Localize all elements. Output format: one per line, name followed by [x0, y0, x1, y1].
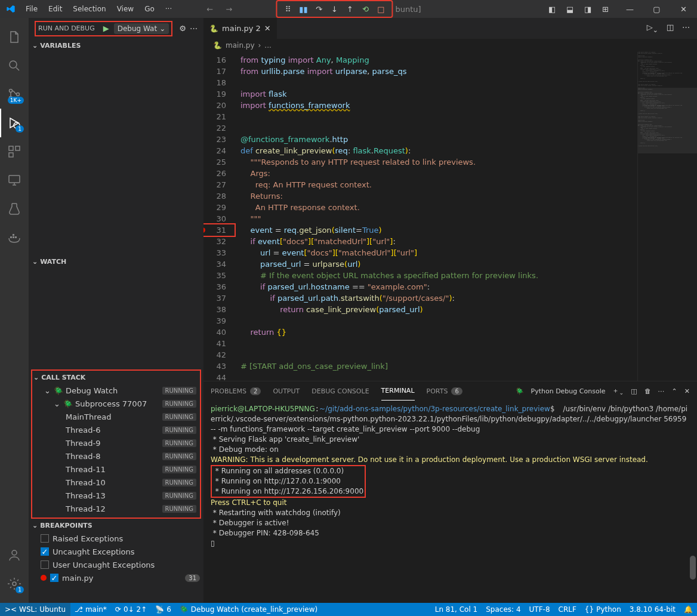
- status-badge: RUNNING: [162, 413, 196, 421]
- callstack-thread[interactable]: Thread-11RUNNING: [32, 463, 200, 476]
- explorer-icon[interactable]: [0, 23, 29, 51]
- tab-ports[interactable]: PORTS6: [427, 381, 462, 401]
- search-icon[interactable]: [0, 51, 29, 80]
- tab-terminal[interactable]: TERMINAL: [381, 381, 415, 401]
- source-control-icon[interactable]: 1K+: [0, 80, 29, 109]
- checkbox[interactable]: [41, 534, 49, 543]
- git-sync[interactable]: ⟳0↓ 2↑: [111, 603, 151, 616]
- maximize-icon[interactable]: ▢: [643, 0, 670, 18]
- pause-icon[interactable]: ▮▮: [297, 3, 309, 15]
- watch-section-header[interactable]: ⌄WATCH: [29, 255, 203, 268]
- more-icon[interactable]: ⋯: [682, 23, 690, 34]
- notifications-icon[interactable]: 🔔: [680, 603, 697, 616]
- more-icon[interactable]: ⋯: [190, 24, 198, 33]
- menu-more[interactable]: ···: [161, 2, 177, 16]
- menu-view[interactable]: View: [112, 2, 138, 16]
- run-icon[interactable]: ▷⌄: [647, 23, 658, 34]
- cursor-position[interactable]: Ln 81, Col 1: [431, 603, 482, 616]
- git-branch[interactable]: ⎇main*: [70, 603, 111, 616]
- terminal-output[interactable]: pierrick@LAPTOP-HKU5PNNG:~/git/add-ons-s…: [203, 401, 697, 603]
- eol[interactable]: CRLF: [554, 603, 581, 616]
- python-interpreter[interactable]: 3.8.10 64-bit: [625, 603, 680, 616]
- bp-user-uncaught-exceptions[interactable]: User Uncaught Exceptions: [29, 558, 203, 571]
- start-debug-icon[interactable]: ▶: [103, 24, 109, 33]
- stop-icon[interactable]: □: [375, 3, 387, 15]
- callstack-section-header[interactable]: ⌄CALL STACK: [32, 371, 200, 384]
- minimap[interactable]: from typing import Any, Mapping from url…: [637, 52, 697, 381]
- menu-selection[interactable]: Selection: [68, 2, 110, 16]
- callstack-thread[interactable]: Thread-13RUNNING: [32, 489, 200, 502]
- docker-icon[interactable]: [0, 223, 29, 252]
- checkbox[interactable]: ✓: [50, 574, 58, 582]
- extensions-icon[interactable]: [0, 137, 29, 166]
- step-into-icon[interactable]: ↓: [328, 3, 340, 15]
- toggle-bottom-panel-icon[interactable]: ⬓: [566, 5, 576, 14]
- callstack-thread[interactable]: Thread-6RUNNING: [32, 423, 200, 436]
- encoding[interactable]: UTF-8: [525, 603, 554, 616]
- close-tab-icon[interactable]: ✕: [264, 24, 271, 33]
- minimap-viewport[interactable]: [638, 88, 697, 153]
- drag-handle-icon[interactable]: ⠿: [282, 3, 294, 15]
- scm-badge: 1K+: [8, 97, 24, 104]
- split-editor-icon[interactable]: ◫: [667, 23, 674, 34]
- tab-output[interactable]: OUTPUT: [273, 381, 300, 401]
- menu-edit[interactable]: Edit: [44, 2, 67, 16]
- close-panel-icon[interactable]: ✕: [684, 387, 690, 395]
- step-over-icon[interactable]: ↷: [313, 3, 325, 15]
- callstack-thread[interactable]: Thread-9RUNNING: [32, 436, 200, 449]
- ports-status[interactable]: 📡6: [151, 603, 175, 616]
- toggle-left-panel-icon[interactable]: ◧: [548, 5, 558, 14]
- callstack-subprocess[interactable]: ⌄ 🪲 Subprocess 77007 RUNNING: [32, 397, 200, 410]
- variables-section-header[interactable]: ⌄VARIABLES: [29, 39, 203, 52]
- nav-forward-icon[interactable]: →: [226, 5, 235, 14]
- accounts-icon[interactable]: [0, 541, 29, 569]
- checkbox[interactable]: ✓: [41, 547, 49, 556]
- split-terminal-icon[interactable]: ◫: [631, 387, 637, 395]
- new-terminal-icon[interactable]: ＋⌄: [612, 386, 624, 396]
- code-editor[interactable]: 1617181920212223242526272829303132333435…: [203, 52, 697, 381]
- debug-config-dropdown[interactable]: Debug Wat⌄: [114, 23, 169, 34]
- restart-icon[interactable]: ⟲: [359, 3, 371, 15]
- tab-debug-console[interactable]: DEBUG CONSOLE: [312, 381, 369, 401]
- callstack-thread[interactable]: Thread-10RUNNING: [32, 476, 200, 489]
- run-debug-icon[interactable]: 1: [0, 109, 29, 137]
- language-mode[interactable]: {}Python: [581, 603, 625, 616]
- step-out-icon[interactable]: ↑: [344, 3, 356, 15]
- callstack-session[interactable]: ⌄ 🪲 Debug Watch RUNNING: [32, 384, 200, 397]
- indentation[interactable]: Spaces: 4: [482, 603, 525, 616]
- callstack-thread[interactable]: Thread-12RUNNING: [32, 502, 200, 515]
- breadcrumb[interactable]: 🐍 main.py›...: [203, 39, 697, 52]
- remote-explorer-icon[interactable]: [0, 166, 29, 195]
- tab-main-py[interactable]: 🐍 main.py 2 ✕: [203, 18, 277, 39]
- terminal-select[interactable]: Python Debug Console: [531, 387, 606, 395]
- testing-icon[interactable]: [0, 195, 29, 223]
- menu-file[interactable]: File: [21, 2, 42, 16]
- gear-icon[interactable]: ⚙: [179, 24, 186, 33]
- line-gutter[interactable]: 1617181920212223242526272829303132333435…: [203, 52, 236, 381]
- more-icon[interactable]: ⋯: [658, 387, 665, 395]
- bp-uncaught-exceptions[interactable]: ✓Uncaught Exceptions: [29, 545, 203, 558]
- remote-indicator[interactable]: ><WSL: Ubuntu: [0, 603, 70, 616]
- settings-icon[interactable]: 1: [0, 569, 29, 598]
- tab-problems[interactable]: PROBLEMS2: [211, 381, 261, 401]
- callstack-thread[interactable]: MainThreadRUNNING: [32, 410, 200, 423]
- breakpoints-section-header[interactable]: ⌄BREAKPOINTS: [29, 519, 203, 532]
- bp-file-entry[interactable]: ✓main.py31: [29, 571, 203, 584]
- minimize-icon[interactable]: —: [616, 0, 643, 18]
- variables-body: [29, 52, 203, 255]
- customize-layout-icon[interactable]: ⊞: [602, 5, 612, 14]
- checkbox[interactable]: [41, 560, 49, 569]
- toggle-right-panel-icon[interactable]: ◨: [584, 5, 594, 14]
- debug-icon: 🪲: [180, 605, 189, 614]
- callstack-thread[interactable]: Thread-8RUNNING: [32, 449, 200, 463]
- maximize-panel-icon[interactable]: ⌃: [672, 387, 677, 395]
- close-window-icon[interactable]: ✕: [670, 0, 697, 18]
- debug-status[interactable]: 🪲Debug Watch (create_link_preview): [175, 603, 322, 616]
- kill-terminal-icon[interactable]: 🗑: [644, 387, 651, 395]
- nav-back-icon[interactable]: ←: [206, 5, 216, 14]
- panel-tabs: PROBLEMS2 OUTPUT DEBUG CONSOLE TERMINAL …: [203, 381, 697, 401]
- status-badge: RUNNING: [162, 505, 196, 513]
- bp-raised-exceptions[interactable]: Raised Exceptions: [29, 532, 203, 545]
- menu-go[interactable]: Go: [140, 2, 159, 16]
- terminal-scrollbar[interactable]: [689, 401, 697, 603]
